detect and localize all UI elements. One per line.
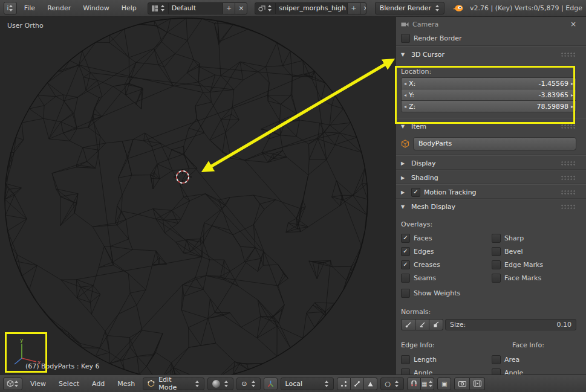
stepper-right-icon[interactable]: ▸	[571, 104, 573, 109]
render-border-checkbox[interactable]	[401, 34, 410, 43]
occlude-geometry-toggle[interactable]: ▣	[437, 378, 451, 390]
face-area-checkbox[interactable]	[492, 355, 501, 364]
vertex-select-button[interactable]	[337, 378, 351, 390]
camera-panel-header[interactable]: Camera ×	[401, 19, 576, 30]
cursor-panel-header[interactable]: ▼ 3D Cursor	[401, 49, 576, 60]
viewport-header: View Select Add Mesh Edit Mode ⊙ Local	[0, 374, 586, 392]
menu-window[interactable]: Window	[78, 2, 114, 14]
snap-element-dropdown[interactable]: ▦	[421, 378, 434, 390]
panel-grip-handle[interactable]	[561, 190, 576, 195]
transform-orientation-dropdown[interactable]: Local	[281, 378, 334, 390]
face-normals-toggle[interactable]	[429, 319, 443, 330]
cursor-y-field[interactable]: ◂ Y: -3.83965 ▸	[401, 89, 576, 101]
stepper-right-icon[interactable]: ▸	[571, 81, 573, 86]
seams-checkbox[interactable]	[401, 274, 410, 283]
motion-tracking-checkbox[interactable]: ✓	[411, 188, 420, 197]
camera-panel-title: Camera	[412, 21, 438, 28]
cursor-z-field[interactable]: ◂ Z: 78.59898 ▸	[401, 100, 576, 112]
menu-render[interactable]: Render	[42, 2, 76, 14]
mode-dropdown[interactable]: Edit Mode	[143, 378, 204, 390]
edges-label: Edges	[414, 248, 434, 255]
bevel-checkbox[interactable]	[492, 247, 501, 256]
face-info-label: Face Info:	[512, 341, 544, 349]
show-weights-row: Show Weights	[401, 288, 498, 298]
stepper-right-icon[interactable]: ▸	[571, 92, 573, 98]
menu-view[interactable]: View	[25, 378, 51, 390]
expand-triangle-icon: ▼	[401, 204, 408, 210]
menu-help[interactable]: Help	[117, 2, 142, 14]
edge-info-label: Edge Info:	[401, 341, 435, 349]
shading-panel-header[interactable]: ▶ Shading	[401, 172, 576, 183]
mesh-display-panel-header[interactable]: ▼ Mesh Display	[401, 201, 576, 212]
screen-layout-name-field[interactable]: Default	[169, 3, 223, 14]
loose-edge-normals-toggle[interactable]	[415, 319, 429, 330]
edges-checkbox[interactable]: ✓	[401, 247, 410, 256]
panel-grip-handle[interactable]	[561, 175, 576, 181]
menu-add[interactable]: Add	[87, 378, 109, 390]
object-name-field[interactable]: BodyParts	[413, 137, 576, 150]
viewport-editor-type-button[interactable]	[3, 378, 22, 390]
proportional-edit-dropdown[interactable]: ○	[380, 378, 405, 390]
scene-name-field[interactable]: sniper_morphs_high	[276, 3, 348, 14]
location-label-row: Location:	[401, 67, 576, 76]
edge-marks-checkbox[interactable]	[492, 260, 501, 269]
panel-grip-handle[interactable]	[561, 161, 576, 166]
viewport-shading-dropdown[interactable]	[207, 378, 233, 390]
cursor-x-value: -1.45569	[539, 80, 568, 88]
sharp-row: Sharp	[492, 233, 576, 243]
screen-layout-browse-button[interactable]	[148, 3, 169, 14]
panel-separator	[396, 45, 586, 46]
dropdown-arrows-icon	[394, 381, 399, 387]
screen-layout-delete-button[interactable]: ×	[235, 3, 247, 14]
seams-label: Seams	[414, 274, 436, 282]
scene-add-button[interactable]: +	[348, 3, 360, 14]
motion-tracking-panel-header[interactable]: ▶ ✓ Motion Tracking	[401, 187, 576, 198]
camera-panel-close-button[interactable]: ×	[570, 20, 576, 28]
menu-select[interactable]: Select	[54, 378, 84, 390]
mode-label: Edit Mode	[158, 376, 191, 391]
expand-triangle-icon: ▶	[401, 190, 408, 195]
snap-toggle-button[interactable]	[407, 378, 421, 390]
bevel-label: Bevel	[504, 248, 523, 255]
normals-size-slider[interactable]: Size: 0.10	[445, 319, 576, 330]
stepper-left-icon[interactable]: ◂	[404, 104, 406, 109]
stepper-left-icon[interactable]: ◂	[404, 81, 406, 86]
manipulator-toggle-button[interactable]	[264, 378, 278, 390]
stepper-left-icon[interactable]: ◂	[404, 92, 406, 98]
screen-layout-add-button[interactable]: +	[223, 3, 235, 14]
info-editor-type-button[interactable]: i	[4, 2, 17, 14]
menu-mesh[interactable]: Mesh	[112, 378, 140, 390]
overlays-label-row: Overlays:	[401, 220, 576, 228]
opengl-render-anim-button[interactable]	[470, 378, 485, 390]
menu-file[interactable]: File	[19, 2, 40, 14]
screen-layout-icon	[151, 5, 158, 12]
location-label: Location:	[401, 68, 431, 76]
render-engine-dropdown[interactable]: Blender Render	[375, 2, 444, 14]
face-marks-checkbox[interactable]	[492, 274, 501, 283]
cursor-x-field[interactable]: ◂ X: -1.45569 ▸	[401, 77, 576, 89]
scene-browse-button[interactable]	[255, 3, 276, 14]
edge-select-button[interactable]	[351, 378, 364, 390]
edge-length-checkbox[interactable]	[401, 355, 410, 364]
panel-grip-handle[interactable]	[561, 124, 576, 129]
display-panel-header[interactable]: ▶ Display	[401, 158, 576, 169]
scene-delete-button[interactable]: ×	[360, 3, 366, 14]
face-select-button[interactable]	[364, 378, 377, 390]
creases-checkbox[interactable]: ✓	[401, 260, 410, 269]
sharp-checkbox[interactable]	[492, 234, 501, 243]
panel-grip-handle[interactable]	[561, 52, 576, 57]
shading-panel-title: Shading	[411, 174, 438, 182]
pivot-point-dropdown[interactable]: ⊙	[236, 378, 260, 390]
shading-sphere-icon	[212, 380, 220, 388]
show-weights-checkbox[interactable]	[401, 289, 410, 298]
blender-logo-icon	[452, 4, 464, 13]
active-object-info: (67) BodyParts : Key 6	[25, 362, 99, 370]
normals-toggle-group	[401, 319, 443, 330]
item-panel-header[interactable]: ▼ Item	[401, 121, 576, 132]
vertex-normals-toggle[interactable]	[401, 319, 415, 330]
opengl-render-button[interactable]	[454, 378, 470, 390]
viewport-3d[interactable]: y x User Ortho (67) BodyParts : Key 6	[0, 16, 397, 375]
faces-checkbox[interactable]: ✓	[401, 234, 410, 243]
render-engine-label: Blender Render	[380, 4, 431, 12]
panel-grip-handle[interactable]	[561, 204, 576, 210]
